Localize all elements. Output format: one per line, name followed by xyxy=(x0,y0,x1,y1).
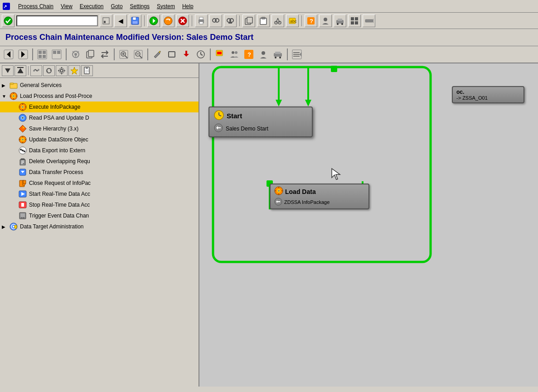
tree-expand-button[interactable] xyxy=(2,65,14,76)
nav-back-button[interactable] xyxy=(147,15,160,27)
find2-button[interactable] xyxy=(224,15,237,27)
menu-view[interactable]: View xyxy=(61,3,73,10)
undo-button[interactable]: abc xyxy=(286,15,299,27)
edit-button[interactable] xyxy=(150,48,164,61)
update-datastore-label: Update DataStore Objec xyxy=(29,136,88,143)
tree-gold-button[interactable] xyxy=(68,65,80,76)
tree-item-delete-overlapping[interactable]: Delete Overlapping Requ xyxy=(0,156,199,167)
diagram-toolbar: ? xyxy=(0,46,538,63)
load-process-label: Load Process and Post-Proce xyxy=(20,93,92,99)
data-export-icon xyxy=(18,146,27,155)
svg-rect-58 xyxy=(57,51,60,54)
context-help-button[interactable]: ? xyxy=(305,15,317,27)
tree-item-save-hierarchy[interactable]: Save Hierarchy (3.x) xyxy=(0,123,199,134)
question2-button[interactable]: ? xyxy=(242,48,256,61)
layout2-button[interactable] xyxy=(50,48,63,61)
copy2-button[interactable] xyxy=(83,48,97,61)
tree-item-start-realtime[interactable]: Start Real-Time Data Acc xyxy=(0,189,199,199)
tree-item-stop-realtime[interactable]: Stop Real-Time Data Acc xyxy=(0,199,199,210)
tree-item-data-transfer[interactable]: Data Transfer Process xyxy=(0,167,199,178)
command-input[interactable] xyxy=(16,15,98,26)
tree-doc-button[interactable] xyxy=(81,65,93,76)
cut-button[interactable] xyxy=(271,15,284,27)
refresh-button[interactable] xyxy=(162,15,174,27)
svg-rect-171 xyxy=(213,67,431,262)
menu-system[interactable]: System xyxy=(157,3,175,10)
tree-content: ▶ General Services ▼ xyxy=(0,78,199,387)
tree-collapse-button[interactable] xyxy=(15,65,26,76)
update-datastore-icon xyxy=(18,135,27,144)
tree-item-update-datastore[interactable]: Update DataStore Objec xyxy=(0,134,199,145)
user2-button[interactable] xyxy=(257,48,270,61)
swap-button[interactable] xyxy=(98,48,111,61)
flag-button[interactable] xyxy=(213,48,227,61)
vehicle-button[interactable] xyxy=(334,15,346,27)
save-button[interactable] xyxy=(129,15,141,27)
zoom-out-button[interactable] xyxy=(131,48,145,61)
svg-rect-41 xyxy=(351,17,354,20)
menu-help[interactable]: Help xyxy=(182,3,194,10)
grid-button[interactable] xyxy=(348,15,361,27)
paste-button[interactable] xyxy=(257,15,270,27)
svg-point-139 xyxy=(22,139,24,140)
svg-point-83 xyxy=(232,51,234,54)
svg-rect-75 xyxy=(169,52,175,57)
tree-item-general-services[interactable]: ▶ General Services xyxy=(0,80,199,91)
tree-item-read-psa[interactable]: Read PSA and Update D xyxy=(0,112,199,123)
tree-settings-button[interactable] xyxy=(56,65,68,76)
tree-item-trigger-event[interactable]: Trigger Event Data Chan xyxy=(0,210,199,221)
image-button[interactable] xyxy=(100,15,112,27)
forward-arrow-button[interactable] xyxy=(16,48,30,61)
tree-refresh-button[interactable] xyxy=(43,65,55,76)
tree-item-execute-infopackage[interactable]: Execute InfoPackage xyxy=(0,102,199,112)
data-target-icon xyxy=(9,222,18,231)
more2-button[interactable] xyxy=(290,48,304,61)
vehicle2-button[interactable] xyxy=(271,48,285,61)
tree-item-load-process[interactable]: ▼ Load Process and Post-Proce xyxy=(0,91,199,102)
user-button[interactable] xyxy=(319,15,332,27)
rectangle-button[interactable] xyxy=(165,48,179,61)
svg-point-104 xyxy=(60,69,63,72)
oc-node[interactable]: oc. -> ZSSA_O01 xyxy=(452,86,524,103)
print-button[interactable] xyxy=(195,15,208,27)
tree-item-data-export[interactable]: Data Export into Extern xyxy=(0,145,199,156)
zoom-object-button[interactable] xyxy=(117,48,131,61)
load-data-node[interactable]: Load Data ZDSSA InfoPackage xyxy=(270,184,369,209)
right-panel[interactable]: oc. -> ZSSA_O01 Start xyxy=(199,63,538,387)
start-node[interactable]: Start Sales Demo Start xyxy=(208,106,313,137)
back-arrow-button[interactable] xyxy=(2,48,15,61)
toolbar2-sep2 xyxy=(66,48,67,60)
save-hierarchy-label: Save Hierarchy (3.x) xyxy=(29,126,78,132)
layout1-button[interactable] xyxy=(35,48,49,61)
oc-node-title: oc. xyxy=(456,89,520,95)
cluster-button[interactable] xyxy=(69,48,82,61)
execute-infopackage-icon xyxy=(18,102,27,111)
expand-arrow-target: ▶ xyxy=(2,224,9,229)
back-button[interactable]: ◀ xyxy=(114,15,127,27)
more-button[interactable] xyxy=(363,15,375,27)
checkmark-button[interactable] xyxy=(2,15,15,27)
data-export-label: Data Export into Extern xyxy=(29,147,85,154)
svg-rect-89 xyxy=(275,52,281,54)
find-button[interactable] xyxy=(209,15,222,27)
svg-line-80 xyxy=(201,54,203,55)
people-button[interactable] xyxy=(228,48,241,61)
start-transfer-icon xyxy=(214,123,223,134)
tree-link-button[interactable] xyxy=(30,65,42,76)
copy-button[interactable] xyxy=(242,15,255,27)
cancel-button[interactable] xyxy=(176,15,189,27)
menu-settings[interactable]: Settings xyxy=(130,3,150,10)
menu-execution[interactable]: Execution xyxy=(80,3,104,10)
svg-point-127 xyxy=(22,106,24,108)
tree-item-data-target[interactable]: ▶ Data Target Administration xyxy=(0,221,199,232)
svg-rect-4 xyxy=(104,21,106,23)
svg-point-105 xyxy=(59,68,64,73)
svg-rect-42 xyxy=(355,17,358,20)
menu-process-chain[interactable]: Process Chain xyxy=(18,3,53,10)
clock-button[interactable] xyxy=(194,48,208,61)
svg-point-39 xyxy=(337,23,339,25)
start-clock-icon xyxy=(214,110,224,121)
tree-item-close-request[interactable]: Close Request of InfoPac xyxy=(0,178,199,189)
menu-goto[interactable]: Goto xyxy=(111,3,123,10)
pointer-button[interactable] xyxy=(179,48,193,61)
